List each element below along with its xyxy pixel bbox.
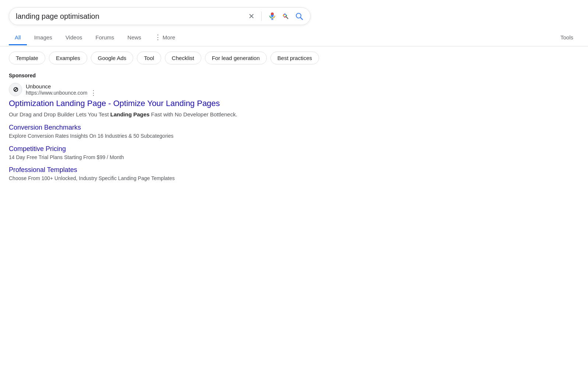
search-icon [295, 12, 304, 21]
chip-template[interactable]: Template [9, 52, 45, 64]
tab-tools[interactable]: Tools [555, 31, 579, 45]
results-area: Sponsored ⊘ Unbounce https://www.unbounc… [0, 70, 588, 190]
svg-line-8 [301, 18, 303, 20]
ad-result: ⊘ Unbounce https://www.unbounce.com ⋮ Op… [9, 83, 579, 182]
ad-desc-pre: Our Drag and Drop Builder Lets You Test [9, 111, 110, 117]
chip-examples[interactable]: Examples [49, 52, 87, 64]
sub-links: Conversion Benchmarks Explore Conversion… [9, 124, 579, 182]
tab-videos[interactable]: Videos [60, 31, 88, 45]
sub-link-title-templates[interactable]: Professional Templates [9, 166, 579, 174]
ad-desc-bold: Landing Pages [110, 111, 150, 117]
three-dots-icon: ⋮ [155, 33, 161, 41]
ad-description: Our Drag and Drop Builder Lets You Test … [9, 110, 579, 119]
close-icon: ✕ [248, 12, 255, 21]
sub-link-conversion: Conversion Benchmarks Explore Conversion… [9, 124, 579, 140]
sponsored-label: Sponsored [9, 73, 579, 78]
svg-rect-2 [284, 14, 286, 15]
mic-icon [268, 12, 276, 20]
ad-source-info: Unbounce https://www.unbounce.com ⋮ [26, 83, 97, 96]
ad-options-icon[interactable]: ⋮ [90, 89, 97, 96]
svg-rect-5 [284, 17, 286, 18]
chip-lead-generation[interactable]: For lead generation [205, 52, 267, 64]
chip-best-practices[interactable]: Best practices [270, 52, 319, 64]
sub-link-pricing: Competitive Pricing 14 Day Free Trial Pl… [9, 145, 579, 161]
tab-forums[interactable]: Forums [89, 31, 120, 45]
search-bar-wrapper: ✕ [0, 0, 588, 29]
search-button[interactable] [295, 12, 304, 21]
chips-row: Template Examples Google Ads Tool Checkl… [0, 46, 588, 70]
lens-icon [281, 12, 290, 20]
chip-checklist[interactable]: Checklist [165, 52, 201, 64]
sub-link-title-conversion[interactable]: Conversion Benchmarks [9, 124, 579, 131]
chip-google-ads[interactable]: Google Ads [91, 52, 134, 64]
ad-title[interactable]: Optimization Landing Page - Optimize You… [9, 98, 579, 109]
ad-url-row: https://www.unbounce.com ⋮ [26, 89, 97, 96]
lens-button[interactable] [281, 12, 290, 20]
clear-button[interactable]: ✕ [248, 12, 255, 21]
svg-rect-3 [283, 15, 284, 16]
sub-link-desc-conversion: Explore Conversion Rates Insights On 16 … [9, 133, 579, 140]
chip-tool[interactable]: Tool [137, 52, 161, 64]
favicon-symbol: ⊘ [13, 85, 18, 94]
ad-desc-post: Fast with No Developer Bottleneck. [149, 111, 237, 117]
search-bar: ✕ [9, 7, 311, 25]
search-input[interactable] [16, 12, 244, 21]
search-bar-icons: ✕ [248, 11, 304, 21]
tab-news[interactable]: News [121, 31, 147, 45]
tab-more[interactable]: ⋮ More [149, 29, 181, 46]
sub-link-title-pricing[interactable]: Competitive Pricing [9, 145, 579, 153]
svg-line-6 [286, 17, 288, 18]
tab-images[interactable]: Images [28, 31, 58, 45]
mic-button[interactable] [268, 12, 276, 20]
divider [261, 11, 262, 21]
sub-link-templates: Professional Templates Choose From 100+ … [9, 166, 579, 182]
ad-favicon: ⊘ [9, 83, 22, 96]
ad-url: https://www.unbounce.com [26, 90, 87, 96]
nav-tabs: All Images Videos Forums News ⋮ More Too… [0, 29, 588, 46]
tab-all[interactable]: All [9, 31, 27, 45]
ad-source: ⊘ Unbounce https://www.unbounce.com ⋮ [9, 83, 579, 96]
ad-site-name: Unbounce [26, 83, 97, 89]
sub-link-desc-pricing: 14 Day Free Trial Plans Starting From $9… [9, 154, 579, 161]
sub-link-desc-templates: Choose From 100+ Unlocked, Industry Spec… [9, 175, 579, 182]
svg-rect-4 [286, 15, 287, 16]
